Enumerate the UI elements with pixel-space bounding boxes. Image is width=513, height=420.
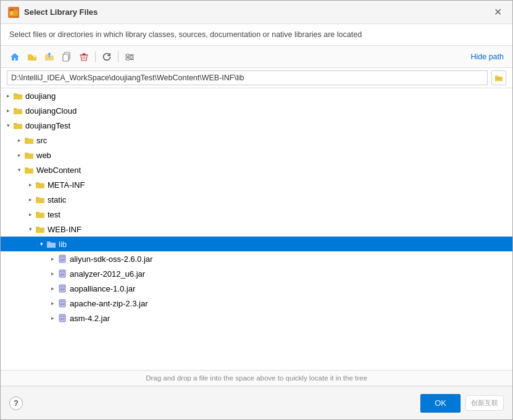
svg-rect-6: [63, 54, 69, 61]
expand-arrow[interactable]: ▾: [36, 239, 46, 249]
item-label: web: [36, 151, 51, 160]
item-label: META-INF: [48, 180, 85, 190]
expand-arrow[interactable]: ▸: [3, 106, 13, 116]
item-label: analyzer-2012_u6.jar: [70, 269, 145, 279]
tree-item[interactable]: ▾ WebContent: [1, 162, 512, 177]
expand-arrow[interactable]: ▸: [25, 180, 35, 190]
svg-text:JAR: JAR: [60, 317, 65, 321]
svg-point-10: [127, 54, 129, 56]
svg-text:JAR: JAR: [60, 258, 65, 261]
tree-item[interactable]: ▸ web: [1, 148, 512, 162]
new-folder-button[interactable]: [24, 49, 40, 65]
folder-icon: [35, 209, 45, 219]
expand-arrow[interactable]: ▸: [14, 135, 24, 145]
dialog-footer: ? OK 创新互联: [1, 386, 512, 419]
tree-item[interactable]: ▸ JAR asm-4.2.jar: [1, 311, 512, 326]
folder-icon: [24, 165, 34, 175]
settings-icon: [125, 52, 135, 62]
expand-arrow[interactable]: ▸: [25, 195, 35, 204]
folder-icon: [35, 180, 45, 190]
watermark: 创新互联: [465, 395, 504, 411]
folder-icon: [13, 120, 23, 130]
app-icon: [8, 7, 19, 18]
expand-arrow[interactable]: ▸: [48, 269, 57, 279]
svg-rect-23: [59, 301, 65, 302]
expand-arrow[interactable]: ▾: [25, 224, 35, 234]
hide-path-button[interactable]: Hide path: [468, 51, 506, 62]
svg-rect-1: [9, 9, 14, 11]
expand-arrow[interactable]: ▸: [14, 150, 24, 160]
tree-item[interactable]: ▸ JAR apache-ant-zip-2.3.jar: [1, 296, 512, 311]
home-button[interactable]: [7, 49, 23, 65]
tree-item[interactable]: ▸ JAR analyzer-2012_u6.jar: [1, 266, 512, 281]
folder-icon: [46, 239, 56, 249]
browse-folder-icon: [494, 74, 503, 82]
folder-icon: [35, 224, 45, 234]
tree-item[interactable]: ▸ JAR aliyun-sdk-oss-2.6.0.jar: [1, 251, 512, 266]
close-button[interactable]: ✕: [490, 5, 505, 20]
tree-item[interactable]: ▸ META-INF: [1, 177, 512, 192]
expand-arrow[interactable]: ▾: [3, 120, 13, 130]
tree-item[interactable]: ▸ doujiangCloud: [1, 103, 512, 118]
expand-arrow[interactable]: ▸: [48, 298, 57, 308]
folder-icon: [13, 91, 23, 101]
delete-button[interactable]: [76, 49, 92, 65]
item-label: asm-4.2.jar: [70, 314, 110, 323]
copy-icon: [62, 52, 72, 62]
jar-icon: JAR: [57, 313, 67, 323]
folder-icon: [35, 195, 45, 204]
path-input[interactable]: [7, 70, 488, 85]
expand-arrow[interactable]: ▸: [3, 91, 13, 101]
expand-arrow[interactable]: ▸: [48, 284, 57, 293]
dialog-title: Select Library Files: [24, 7, 98, 17]
expand-arrow[interactable]: ▸: [25, 209, 35, 219]
item-label: doujiangCloud: [25, 106, 77, 116]
tree-item[interactable]: ▾ doujiangTest: [1, 118, 512, 133]
folder-up-icon: [44, 52, 54, 62]
title-bar: Select Library Files ✕: [1, 1, 512, 24]
ok-button[interactable]: OK: [420, 394, 461, 413]
toolbar-separator-1: [95, 51, 96, 62]
tree-item[interactable]: ▸ doujiang: [1, 88, 512, 103]
item-label: test: [48, 210, 60, 219]
tree-item[interactable]: ▾ lib: [1, 237, 512, 251]
expand-arrow[interactable]: ▸: [48, 254, 57, 264]
item-label: aliyun-sdk-oss-2.6.0.jar: [70, 254, 152, 264]
jar-icon: JAR: [57, 284, 67, 293]
folder-icon: [24, 135, 34, 145]
jar-icon: JAR: [57, 254, 67, 264]
delete-icon: [79, 52, 89, 62]
folder-icon: [13, 106, 23, 116]
folder-up-button[interactable]: [41, 49, 57, 65]
tree-item[interactable]: ▸ JAR aopalliance-1.0.jar: [1, 281, 512, 296]
item-label: WEB-INF: [48, 225, 81, 234]
path-bar: [1, 68, 512, 88]
svg-point-12: [127, 58, 129, 61]
svg-rect-17: [59, 271, 65, 272]
tree-item[interactable]: ▸ static: [1, 192, 512, 207]
home-icon: [10, 52, 20, 62]
help-button[interactable]: ?: [9, 397, 23, 410]
file-tree[interactable]: ▸ doujiang▸ doujiangCloud▾ doujiangTest▸: [1, 88, 512, 371]
item-label: aopalliance-1.0.jar: [70, 284, 135, 293]
tree-item[interactable]: ▸ test: [1, 207, 512, 222]
browse-button[interactable]: [491, 70, 506, 85]
item-label: doujiangTest: [25, 121, 70, 130]
item-label: static: [48, 195, 66, 204]
settings-button[interactable]: [122, 49, 138, 65]
drag-hint: Drag and drop a file into the space abov…: [1, 371, 512, 386]
jar-icon: JAR: [57, 269, 67, 279]
new-folder-icon: [27, 52, 37, 62]
expand-arrow[interactable]: ▾: [14, 165, 24, 175]
expand-arrow[interactable]: ▸: [48, 313, 57, 323]
svg-rect-26: [59, 316, 65, 317]
copy-button[interactable]: [59, 49, 75, 65]
toolbar-separator-2: [118, 51, 119, 62]
select-library-files-dialog: Select Library Files ✕ Select files or d…: [0, 0, 513, 420]
tree-item[interactable]: ▸ src: [1, 133, 512, 148]
refresh-icon: [102, 52, 112, 62]
refresh-button[interactable]: [99, 49, 115, 65]
item-label: doujiang: [25, 91, 56, 101]
folder-icon: [24, 150, 34, 160]
tree-item[interactable]: ▾ WEB-INF: [1, 222, 512, 237]
